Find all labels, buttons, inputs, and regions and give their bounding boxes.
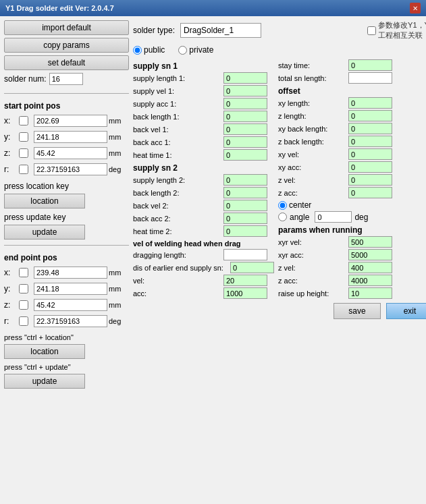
- z-vel-run-label: z vel:: [278, 264, 346, 272]
- back-acc-2-label: back acc 2:: [133, 215, 221, 223]
- supply-length-1-input[interactable]: [223, 72, 267, 84]
- start-x-input[interactable]: [34, 115, 107, 127]
- back-length-2-row: back length 2:: [133, 187, 274, 198]
- z-length-input[interactable]: [348, 110, 392, 121]
- supply-length-1-label: supply length 1:: [133, 74, 221, 82]
- xy-acc-input[interactable]: [348, 161, 392, 173]
- location-button-2[interactable]: location: [4, 344, 85, 359]
- end-r-input[interactable]: [34, 315, 107, 327]
- solder-type-row: solder type: 参数修改Y1，Y2工程相互关联: [133, 20, 426, 40]
- z-acc-run-label: z acc:: [278, 277, 346, 285]
- params-note-text: 参数修改Y1，Y2工程相互关联: [378, 20, 426, 40]
- stay-time-input[interactable]: [348, 59, 392, 71]
- private-label: private: [189, 45, 213, 55]
- back-length-2-input[interactable]: [223, 187, 267, 198]
- z-back-length-row: z back length:: [278, 136, 426, 147]
- start-x-checkbox[interactable]: [19, 116, 28, 125]
- import-default-button[interactable]: import default: [4, 20, 129, 35]
- exit-button[interactable]: exit: [386, 303, 426, 319]
- z-length-label: z length:: [278, 112, 346, 120]
- total-sn-label: total sn length:: [278, 74, 346, 82]
- heat-time-2-input[interactable]: [223, 225, 267, 237]
- solder-type-input[interactable]: [180, 23, 261, 38]
- back-acc-1-input[interactable]: [223, 136, 267, 148]
- back-length-1-input[interactable]: [223, 111, 267, 122]
- bottom-row: save exit: [278, 303, 426, 319]
- end-z-checkbox[interactable]: [19, 300, 28, 310]
- private-radio[interactable]: [178, 46, 187, 55]
- start-x-row: x: mm: [4, 115, 129, 127]
- right-panel: solder type: 参数修改Y1，Y2工程相互关联 public priv…: [133, 20, 426, 500]
- center-radio[interactable]: [278, 201, 287, 210]
- press-update-label: press update key: [4, 213, 129, 222]
- xyr-vel-input[interactable]: [348, 236, 392, 248]
- z-acc-input[interactable]: [348, 187, 392, 198]
- end-y-input[interactable]: [34, 283, 107, 295]
- private-option[interactable]: private: [178, 45, 213, 55]
- stay-time-row: stay time:: [278, 59, 426, 71]
- xy-vel-row: xy vel:: [278, 148, 426, 160]
- heat-time-1-input[interactable]: [223, 149, 267, 161]
- acc-input[interactable]: [223, 287, 267, 299]
- end-r-checkbox[interactable]: [19, 316, 28, 326]
- window-title: Y1 Drag solder edit Ver: 2.0.4.7: [5, 4, 114, 12]
- raise-up-input[interactable]: [348, 287, 392, 299]
- back-vel-1-input[interactable]: [223, 123, 267, 135]
- supply-acc-1-input[interactable]: [223, 98, 267, 109]
- update-button-1[interactable]: update: [4, 225, 85, 240]
- copy-params-button[interactable]: copy params: [4, 38, 129, 53]
- location-button-1[interactable]: location: [4, 194, 85, 208]
- save-button[interactable]: save: [334, 303, 381, 319]
- start-point-pos-title: start point pos: [4, 101, 129, 111]
- start-z-row: z: mm: [4, 147, 129, 159]
- xy-back-length-input[interactable]: [348, 123, 392, 134]
- xy-acc-row: xy acc:: [278, 161, 426, 173]
- start-r-checkbox[interactable]: [19, 165, 28, 174]
- xy-length-input[interactable]: [348, 97, 392, 109]
- public-radio[interactable]: [133, 46, 142, 55]
- angle-radio[interactable]: [278, 213, 287, 221]
- params-note: 参数修改Y1，Y2工程相互关联: [367, 20, 426, 40]
- start-y-checkbox[interactable]: [19, 132, 28, 142]
- dragging-length-label: dragging length:: [133, 251, 221, 259]
- start-y-input[interactable]: [34, 131, 107, 143]
- z-vel-label: z vel:: [278, 176, 346, 184]
- update-button-2[interactable]: update: [4, 374, 85, 389]
- end-y-checkbox[interactable]: [19, 284, 28, 293]
- z-length-row: z length:: [278, 110, 426, 121]
- angle-input[interactable]: [315, 211, 352, 223]
- z-back-length-input[interactable]: [348, 136, 392, 147]
- public-option[interactable]: public: [133, 45, 165, 55]
- dis-earlier-input[interactable]: [230, 262, 274, 273]
- back-vel-2-input[interactable]: [223, 200, 267, 211]
- back-vel-2-row: back vel 2:: [133, 200, 274, 211]
- back-acc-2-input[interactable]: [223, 213, 267, 224]
- supply-length-2-input[interactable]: [223, 174, 267, 186]
- params-running-header: params when running: [278, 225, 426, 235]
- xyr-acc-input[interactable]: [348, 249, 392, 260]
- end-r-unit: deg: [109, 317, 129, 325]
- start-r-input[interactable]: [34, 163, 107, 175]
- start-z-checkbox[interactable]: [19, 148, 28, 158]
- set-default-button[interactable]: set default: [4, 55, 129, 70]
- vel-input[interactable]: [223, 275, 267, 286]
- z-vel-run-input[interactable]: [348, 262, 392, 273]
- dis-earlier-row: dis of earlier end supply sn:: [133, 262, 274, 273]
- solder-num-input[interactable]: [49, 73, 83, 85]
- z-acc-run-input[interactable]: [348, 275, 392, 286]
- dragging-length-input[interactable]: [223, 249, 267, 260]
- xy-vel-input[interactable]: [348, 148, 392, 160]
- z-vel-input[interactable]: [348, 174, 392, 186]
- total-sn-input[interactable]: [348, 72, 392, 84]
- z-acc-row: z acc:: [278, 187, 426, 198]
- supply-vel-1-input[interactable]: [223, 85, 267, 96]
- end-x-input[interactable]: [34, 267, 107, 279]
- params-note-checkbox[interactable]: [367, 26, 376, 35]
- end-x-checkbox[interactable]: [19, 268, 28, 277]
- close-button[interactable]: ✕: [410, 3, 421, 13]
- supply-length-2-label: supply length 2:: [133, 176, 221, 184]
- center-option[interactable]: center: [278, 200, 426, 210]
- end-x-unit: mm: [109, 269, 129, 277]
- end-z-input[interactable]: [34, 299, 107, 311]
- start-z-input[interactable]: [34, 147, 107, 159]
